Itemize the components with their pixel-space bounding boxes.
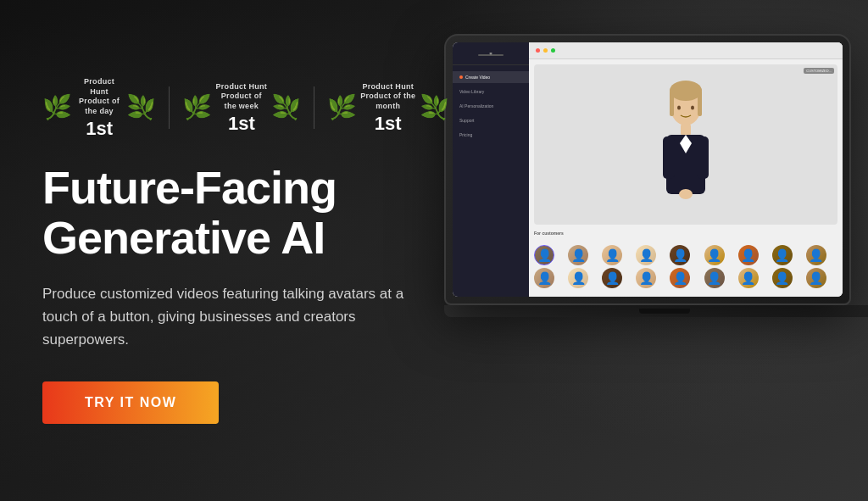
avatar-grid: 👤 👤 👤 👤 👤 [534,242,837,292]
svg-rect-5 [698,91,702,116]
face-12: 👤 [602,268,622,288]
svg-point-12 [677,105,681,109]
svg-point-11 [679,189,693,199]
avatar-thumb-14[interactable]: 👤 [670,268,690,288]
awards-row: 🌿 Product Hunt Product of the day 1st 🌿 … [42,77,449,139]
award-divider-2 [314,86,314,129]
cta-button[interactable]: TRY IT NOW [42,381,219,424]
svg-point-13 [691,105,694,109]
face-17: 👤 [772,268,793,288]
award-rank-day: 1st [86,119,113,139]
svg-rect-6 [681,124,691,136]
avatar-thumb-18[interactable]: 👤 [806,268,826,288]
toolbar-max-dot [551,48,555,53]
face-15: 👤 [704,268,725,288]
avatar-thumb-15[interactable]: 👤 [704,268,725,288]
avatar-thumb-8[interactable]: 👤 [772,245,793,265]
face-9: 👤 [806,245,826,265]
svg-point-3 [670,81,702,101]
avatar-svg [656,77,715,213]
face-1: 👤 [535,246,554,264]
avatar-thumb-9[interactable]: 👤 [806,245,826,265]
face-2: 👤 [568,245,588,265]
laurel-left-2-icon: 🌿 [182,96,212,120]
face-10: 👤 [534,268,554,288]
face-11: 👤 [568,268,588,288]
laurel-right-icon: 🌿 [126,96,156,120]
avatar-thumb-7[interactable]: 👤 [738,245,759,265]
award-title-week: Product Hunt [216,82,268,92]
laurel-left-3-icon: 🌿 [327,96,357,120]
preview-label: CUSTOMIZED... [804,68,834,74]
award-divider-1 [169,86,170,129]
face-13: 👤 [636,268,656,288]
avatar-thumb-2[interactable]: 👤 [568,245,588,265]
award-subtitle-month: Product of the month [360,92,417,111]
face-18: 👤 [806,268,826,288]
laptop-screen: Create Video Video Library AI Personaliz… [453,42,843,297]
face-6: 👤 [704,245,725,265]
award-title-month: Product Hunt [362,82,414,92]
laptop-base [444,305,868,317]
award-laurel-day: 🌿 Product Hunt Product of the day 1st 🌿 [42,77,156,139]
avatar-thumb-12[interactable]: 👤 [602,268,622,288]
heading-line2: Generative AI [42,212,325,263]
svg-rect-10 [697,136,709,179]
avatar-thumb-6[interactable]: 👤 [704,245,725,265]
face-7: 👤 [738,245,759,265]
avatar-thumb-11[interactable]: 👤 [568,268,588,288]
award-subtitle-week: Product of the week [215,92,268,111]
laptop-frame: Create Video Video Library AI Personaliz… [444,34,851,305]
award-badge-week: 🌿 Product Hunt Product of the week 1st 🌿 [182,82,301,134]
face-16: 👤 [738,268,759,288]
app-toolbar [529,42,843,59]
device-mockup: Create Video Video Library AI Personaliz… [444,34,868,475]
avatar-thumb-3[interactable]: 👤 [602,245,622,265]
award-badge-day: 🌿 Product Hunt Product of the day 1st 🌿 [42,77,156,139]
laptop-notch [639,309,690,314]
avatar-thumb-17[interactable]: 👤 [772,268,793,288]
content-left: 🌿 Product Hunt Product of the day 1st 🌿 … [0,52,492,449]
section-label: For customers [534,229,837,237]
avatar-preview: CUSTOMIZED... [534,64,837,225]
award-laurel-week: 🌿 Product Hunt Product of the week 1st 🌿 [182,82,301,134]
avatar-thumb-5[interactable]: 👤 [670,245,690,265]
award-laurel-month: 🌿 Product Hunt Product of the month 1st … [327,82,450,134]
toolbar-close-dot [536,48,540,53]
heading-line1: Future-Facing [42,162,337,213]
avatar-thumb-16[interactable]: 👤 [738,268,759,288]
award-subtitle-day: Product of the day [75,97,123,116]
avatar-thumb-4[interactable]: 👤 [636,245,656,265]
award-text-day: Product Hunt Product of the day 1st [75,77,123,139]
hero-subtitle: Produce customized videos featuring talk… [42,282,407,352]
face-4: 👤 [636,245,656,265]
laurel-right-3-icon: 🌿 [420,96,449,120]
app-main: CUSTOMIZED... [529,42,843,297]
face-14: 👤 [670,268,690,288]
toolbar-min-dot [543,48,548,53]
app-content-area: CUSTOMIZED... [529,59,843,297]
face-5: 👤 [670,245,690,265]
avatar-thumb-1[interactable]: 👤 [534,245,554,265]
avatar-thumb-13[interactable]: 👤 [636,268,656,288]
award-badge-month: 🌿 Product Hunt Product of the month 1st … [327,82,450,134]
award-text-week: Product Hunt Product of the week 1st [215,82,268,134]
svg-rect-9 [663,136,675,179]
laurel-left-icon: 🌿 [42,96,72,120]
hero-section: 🌿 Product Hunt Product of the day 1st 🌿 … [0,0,868,501]
award-rank-month: 1st [375,114,402,134]
award-rank-week: 1st [228,114,255,134]
face-8: 👤 [772,245,793,265]
laurel-right-2-icon: 🌿 [271,96,301,120]
face-3: 👤 [602,245,622,265]
hero-heading: Future-Facing Generative AI [42,163,449,264]
svg-rect-4 [670,91,674,116]
award-title-day: Product Hunt [75,77,123,97]
avatar-thumb-10[interactable]: 👤 [534,268,554,288]
award-text-month: Product Hunt Product of the month 1st [360,82,417,134]
